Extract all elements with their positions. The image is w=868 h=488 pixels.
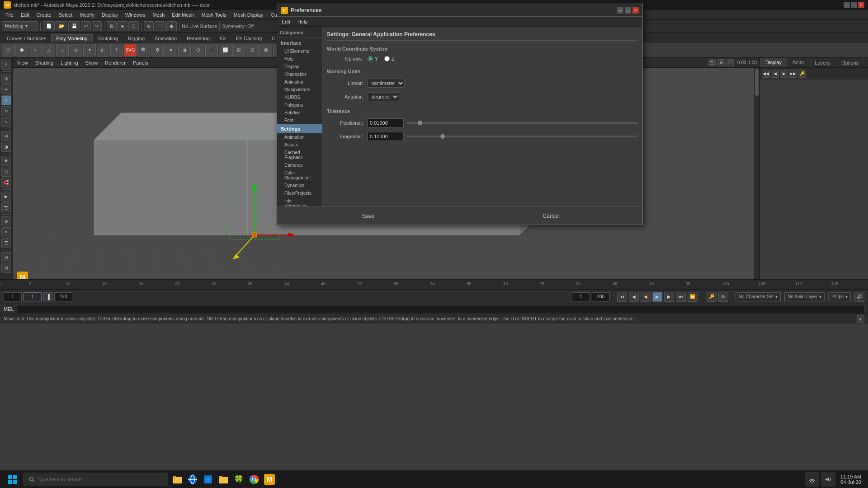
shelf-icon-5[interactable]: ◇ [56,44,69,56]
pref-cat-dynamics[interactable]: Dynamics [277,182,322,189]
shelf-icon-11[interactable]: 🔍 [137,44,150,56]
pref-cat-font[interactable]: Font [277,117,322,124]
save-scene-button[interactable]: 💾 [68,21,80,31]
vp-menu-show[interactable]: Show [84,59,100,66]
rotate-tool-button[interactable]: ↻ [1,106,11,116]
snap-point-button[interactable]: ◉ [166,21,177,31]
vp-menu-renderer[interactable]: Renderer [103,59,127,66]
rp-tab-display[interactable]: Display [760,58,787,67]
redo-button[interactable]: ↪ [92,21,102,31]
workspace-dropdown[interactable]: Modeling ▾ [2,21,38,31]
search-bar[interactable] [24,473,168,486]
menu-modify[interactable]: Modify [76,11,98,19]
pref-cat-help[interactable]: Help [277,55,322,63]
menu-create[interactable]: Create [33,11,55,19]
key-frame-btn[interactable]: 🔑 [707,292,717,302]
menu-edit[interactable]: Edit [17,11,33,19]
rp-ctrl-next[interactable]: ▶▶ [789,70,797,78]
loop-btn[interactable]: ⏩ [688,292,698,302]
linear-units-select[interactable]: centimeter meter inch foot [368,79,405,88]
shelf-icon-4[interactable]: △ [42,44,55,56]
pref-radio-y[interactable]: Y [368,56,378,61]
vp-menu-view[interactable]: View [15,59,30,66]
shelf-tab-fx[interactable]: FX [215,34,231,42]
pinned-app-clover[interactable]: 🍀 [231,472,246,487]
fps-dropdown[interactable]: 24 fps ▾ [828,292,851,301]
shelf-icon-19[interactable]: ⊟ [246,44,259,56]
pref-menu-help[interactable]: Help [296,18,310,25]
anim-end-field[interactable]: 200 [592,292,610,301]
snap-grid-button[interactable]: ⊕ [144,21,154,31]
pref-cancel-button[interactable]: Cancel [460,207,643,225]
pref-cat-polygons[interactable]: Polygons [277,101,322,109]
pref-cat-assets[interactable]: Assets [277,141,322,149]
frame-end-field[interactable]: 120 [54,292,72,301]
pref-cat-kinematics[interactable]: Kinematics [277,70,322,78]
up-axis-z-radio[interactable] [384,56,390,61]
shelf-icon-8[interactable]: ▷ [97,44,109,56]
pref-save-button[interactable]: Save [277,207,460,225]
shelf-tab-rendering[interactable]: Rendering [182,34,215,42]
shelf-icon-2[interactable]: ⬢ [15,44,28,56]
anim-editor-button[interactable]: ⊞ [1,263,11,273]
tray-volume-icon[interactable] [821,472,835,487]
render-button[interactable]: ▶ [1,192,11,202]
vp-menu-panels[interactable]: Panels [131,59,150,66]
shelf-tab-sculpting[interactable]: Sculpting [93,34,123,42]
show-hide-button[interactable]: 👁 [1,156,11,166]
close-button[interactable]: ✕ [858,2,864,8]
minimize-button[interactable]: ─ [844,2,850,8]
up-axis-y-radio[interactable] [368,56,373,61]
node-editor-button[interactable]: ⊕ [1,216,11,226]
shelf-icon-14[interactable]: ◑ [178,44,191,56]
rp-ctrl-forward[interactable]: ▶ [780,70,788,78]
rp-tab-layers[interactable]: Layers [809,58,835,67]
pref-cat-nurbs[interactable]: NURBS [277,94,322,101]
open-scene-button[interactable]: 📂 [56,21,67,31]
shelf-icon-12[interactable]: ⚙ [151,44,164,56]
pinned-chrome[interactable] [247,472,261,487]
soft-mod-button[interactable]: ◑ [1,142,11,152]
vp-menu-shading[interactable]: Shading [33,59,55,66]
audio-btn[interactable]: 🔊 [854,292,864,302]
shelf-icon-15[interactable]: ⬡ [192,44,204,56]
menu-file[interactable]: File [2,11,17,19]
shelf-icon-6[interactable]: ⊕ [70,44,82,56]
viewport-scrollbar[interactable] [754,68,760,279]
pref-cat-interface[interactable]: Interface [277,38,322,47]
rp-tab-anim[interactable]: Anim [787,58,809,67]
up-axis-y-label[interactable]: Y [375,56,378,61]
pref-cat-files-projects[interactable]: Files/Projects [277,189,322,197]
shelf-icon-13[interactable]: ✕ [165,44,177,56]
current-frame-field[interactable]: 1 [24,292,42,301]
menu-mesh-display[interactable]: Mesh Display [230,11,267,19]
rp-ctrl-back[interactable]: ◀ [771,70,779,78]
select-by-hierarchy-button[interactable]: ⊞ [107,21,117,31]
up-axis-z-label[interactable]: Z [392,56,395,61]
shelf-icon-1[interactable]: ⬡ [2,44,14,56]
status-expand-btn[interactable]: ⊞ [857,315,864,323]
positional-slider[interactable] [406,122,638,124]
goto-start-btn[interactable]: ⏮ [617,292,627,302]
pref-cat-animation-int[interactable]: Animation [277,78,322,86]
shelf-icon-9[interactable]: T [110,44,123,56]
shelf-icon-18[interactable]: ⊞ [232,44,245,56]
pref-cat-cameras[interactable]: Cameras [277,161,322,169]
start-button[interactable] [4,470,22,488]
layer-editor-button[interactable]: ⊟ [1,252,11,262]
pinned-file-explorer[interactable] [170,472,184,487]
lasso-tool-button[interactable]: ◎ [1,74,11,84]
goto-end-btn[interactable]: ⏭ [676,292,686,302]
paint-tool-button[interactable]: ✏ [1,84,11,94]
tangential-input[interactable] [368,132,404,141]
pref-cat-cached-playback[interactable]: Cached Playback [277,149,322,161]
pref-cat-subdivs[interactable]: Subdivs [277,109,322,117]
tray-network-icon[interactable] [805,472,819,487]
rp-tab-options[interactable]: Options [836,58,864,67]
select-by-object-button[interactable]: ◈ [118,21,127,31]
pref-cat-display[interactable]: Display [277,63,322,70]
pinned-browser1[interactable] [185,472,200,487]
pinned-folder[interactable] [216,472,231,487]
play-back-btn[interactable]: ◀ [641,292,651,302]
shelf-icon-3[interactable]: ○ [29,44,42,56]
